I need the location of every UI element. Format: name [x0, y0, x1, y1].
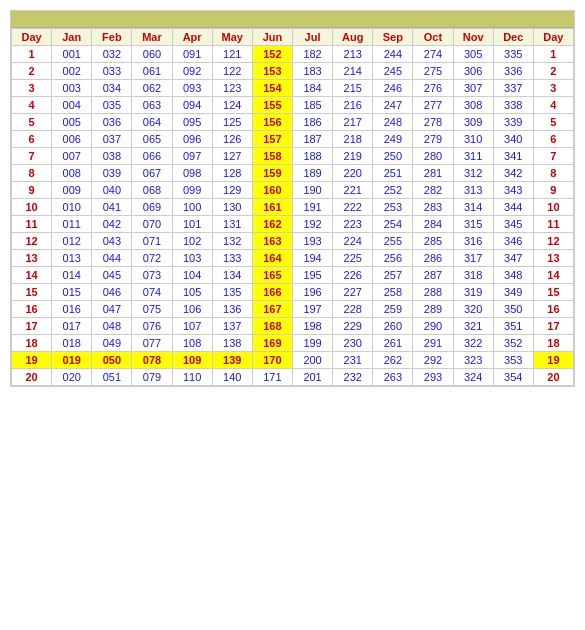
day-cell-end: 1	[533, 46, 573, 63]
data-cell: 245	[373, 63, 413, 80]
data-cell: 064	[132, 114, 172, 131]
table-row: 1201204307110213216319322425528531634612	[12, 233, 574, 250]
data-cell: 190	[292, 182, 332, 199]
data-cell: 038	[92, 148, 132, 165]
data-cell: 074	[132, 284, 172, 301]
header-cell-nov: Nov	[453, 29, 493, 46]
data-cell: 133	[212, 250, 252, 267]
data-cell: 199	[292, 335, 332, 352]
data-cell: 258	[373, 284, 413, 301]
data-cell: 286	[413, 250, 453, 267]
data-cell: 128	[212, 165, 252, 182]
data-cell: 108	[172, 335, 212, 352]
data-cell: 188	[292, 148, 332, 165]
data-cell: 308	[453, 97, 493, 114]
data-cell: 225	[333, 250, 373, 267]
data-cell: 232	[333, 369, 373, 386]
data-cell: 002	[52, 63, 92, 80]
data-cell: 079	[132, 369, 172, 386]
data-cell: 130	[212, 199, 252, 216]
data-cell: 050	[92, 352, 132, 369]
data-cell: 220	[333, 165, 373, 182]
table-row: 90090400680991291601902212522823133439	[12, 182, 574, 199]
data-cell: 137	[212, 318, 252, 335]
data-cell: 255	[373, 233, 413, 250]
data-cell: 182	[292, 46, 332, 63]
table-row: 1401404507310413416519522625728731834814	[12, 267, 574, 284]
table-body: 1001032060091121152182213244274305335120…	[12, 46, 574, 386]
data-cell: 342	[493, 165, 533, 182]
data-cell: 099	[172, 182, 212, 199]
data-cell: 185	[292, 97, 332, 114]
data-cell: 354	[493, 369, 533, 386]
data-cell: 292	[413, 352, 453, 369]
day-cell-end: 13	[533, 250, 573, 267]
data-cell: 200	[292, 352, 332, 369]
day-cell-end: 3	[533, 80, 573, 97]
data-cell: 127	[212, 148, 252, 165]
data-cell: 285	[413, 233, 453, 250]
data-cell: 322	[453, 335, 493, 352]
day-cell: 12	[12, 233, 52, 250]
table-row: 70070380660971271581882192502803113417	[12, 148, 574, 165]
data-cell: 159	[252, 165, 292, 182]
day-cell-end: 8	[533, 165, 573, 182]
data-cell: 032	[92, 46, 132, 63]
data-cell: 276	[413, 80, 453, 97]
data-cell: 193	[292, 233, 332, 250]
data-cell: 068	[132, 182, 172, 199]
data-cell: 166	[252, 284, 292, 301]
data-cell: 124	[212, 97, 252, 114]
data-cell: 256	[373, 250, 413, 267]
data-cell: 247	[373, 97, 413, 114]
data-cell: 306	[453, 63, 493, 80]
table-row: 1801804907710813816919923026129132235218	[12, 335, 574, 352]
data-cell: 184	[292, 80, 332, 97]
data-cell: 216	[333, 97, 373, 114]
day-cell: 5	[12, 114, 52, 131]
day-cell-end: 6	[533, 131, 573, 148]
data-cell: 260	[373, 318, 413, 335]
data-cell: 257	[373, 267, 413, 284]
data-cell: 195	[292, 267, 332, 284]
day-cell-end: 5	[533, 114, 573, 131]
day-cell-end: 11	[533, 216, 573, 233]
data-cell: 311	[453, 148, 493, 165]
header-cell-day: Day	[12, 29, 52, 46]
table-row: 10010320600911211521822132442743053351	[12, 46, 574, 63]
data-cell: 020	[52, 369, 92, 386]
data-cell: 313	[453, 182, 493, 199]
data-cell: 034	[92, 80, 132, 97]
data-cell: 168	[252, 318, 292, 335]
data-cell: 284	[413, 216, 453, 233]
data-cell: 335	[493, 46, 533, 63]
data-cell: 070	[132, 216, 172, 233]
data-cell: 110	[172, 369, 212, 386]
data-cell: 213	[333, 46, 373, 63]
header-cell-dec: Dec	[493, 29, 533, 46]
header-cell-may: May	[212, 29, 252, 46]
data-cell: 093	[172, 80, 212, 97]
day-cell: 3	[12, 80, 52, 97]
data-cell: 198	[292, 318, 332, 335]
data-cell: 046	[92, 284, 132, 301]
data-cell: 060	[132, 46, 172, 63]
data-cell: 345	[493, 216, 533, 233]
day-cell-end: 9	[533, 182, 573, 199]
data-cell: 291	[413, 335, 453, 352]
table-row: 1001004106910013016119122225328331434410	[12, 199, 574, 216]
data-cell: 305	[453, 46, 493, 63]
data-cell: 043	[92, 233, 132, 250]
data-cell: 049	[92, 335, 132, 352]
data-cell: 167	[252, 301, 292, 318]
data-cell: 312	[453, 165, 493, 182]
data-cell: 170	[252, 352, 292, 369]
day-cell-end: 4	[533, 97, 573, 114]
data-cell: 107	[172, 318, 212, 335]
data-cell: 319	[453, 284, 493, 301]
day-cell: 9	[12, 182, 52, 199]
data-cell: 041	[92, 199, 132, 216]
data-cell: 244	[373, 46, 413, 63]
data-cell: 338	[493, 97, 533, 114]
data-cell: 279	[413, 131, 453, 148]
